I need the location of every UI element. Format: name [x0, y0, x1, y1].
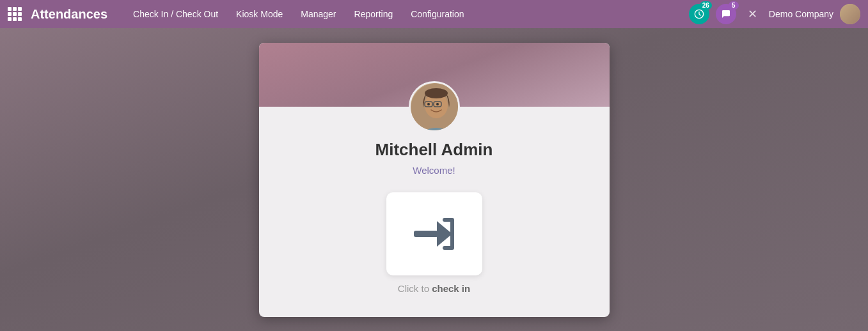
app-title: Attendances [31, 7, 107, 22]
nav-item-checkin[interactable]: Check In / Check Out [125, 5, 226, 23]
avatar-image [840, 4, 860, 24]
chat-icon [721, 9, 731, 19]
checkin-arrow-icon [409, 208, 460, 259]
welcome-message: Welcome! [413, 165, 455, 176]
user-avatar-large [409, 81, 460, 132]
clock-icon [694, 9, 704, 19]
navbar-right: 26 5 ✕ Demo Company [689, 4, 860, 24]
checkin-label-action: check in [432, 283, 470, 294]
nav-item-configuration[interactable]: Configuration [403, 5, 471, 23]
kiosk-card: Mitchell Admin Welcome! [259, 43, 610, 317]
user-name: Mitchell Admin [375, 140, 493, 160]
checkin-label: Click to check in [398, 283, 470, 294]
card-body: Mitchell Admin Welcome! [259, 107, 610, 317]
card-header [259, 43, 610, 107]
user-avatar[interactable] [840, 4, 860, 24]
nav-item-reporting[interactable]: Reporting [347, 5, 401, 23]
badge-count-5: 5 [729, 1, 739, 10]
nav-menu: Check In / Check Out Kiosk Mode Manager … [125, 5, 689, 23]
apps-icon[interactable] [8, 7, 22, 21]
nav-item-kiosk[interactable]: Kiosk Mode [228, 5, 290, 23]
nav-item-manager[interactable]: Manager [293, 5, 343, 23]
svg-rect-10 [414, 231, 438, 237]
notification-badge-26[interactable]: 26 [689, 4, 709, 24]
checkin-button[interactable] [386, 192, 482, 275]
svg-point-9 [425, 88, 448, 98]
checkin-label-prefix: Click to [398, 283, 432, 294]
svg-marker-11 [437, 221, 452, 247]
svg-point-8 [436, 103, 439, 105]
navbar: Attendances Check In / Check Out Kiosk M… [0, 0, 868, 28]
waffle-grid [8, 7, 22, 21]
chat-badge-5[interactable]: 5 [716, 4, 736, 24]
close-button[interactable]: ✕ [743, 4, 762, 24]
svg-point-7 [427, 103, 430, 105]
main-background: Mitchell Admin Welcome! [0, 28, 868, 331]
company-name[interactable]: Demo Company [769, 9, 833, 19]
signin-icon-svg [409, 208, 460, 259]
badge-count-26: 26 [700, 1, 712, 10]
user-photo [411, 83, 460, 132]
